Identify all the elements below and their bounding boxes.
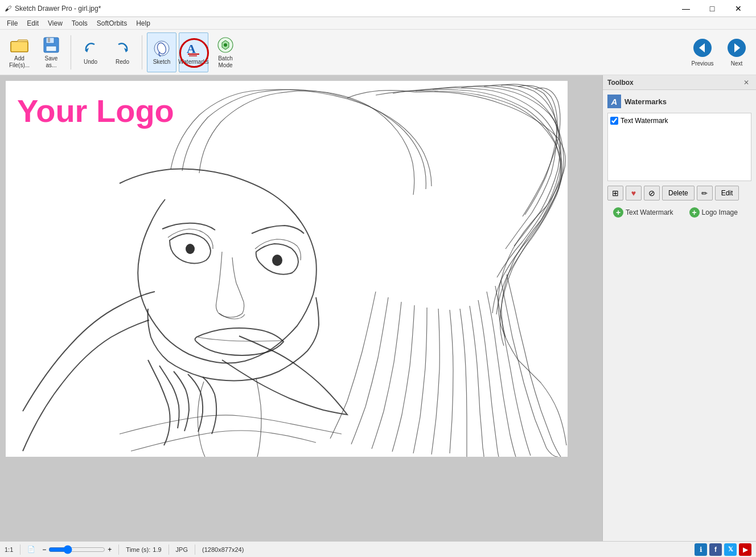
svg-rect-0 [11,42,28,52]
info-button[interactable]: ℹ [695,543,707,556]
heart-icon: ♥ [631,189,636,198]
format-item: JPG [176,546,188,553]
sketch-drawing [6,81,568,457]
add-text-watermark-button[interactable]: + Text Watermark [607,205,679,220]
menu-tools[interactable]: Tools [67,17,92,30]
sketch-icon [153,39,171,58]
info-icon: ℹ [700,546,702,554]
sketch-canvas: Your Logo [6,81,568,457]
pen-icon: ✏ [701,189,708,198]
undo-button[interactable]: Undo [76,32,105,72]
window-title: Sketch Drawer Pro - girl.jpg* [15,5,101,13]
undo-icon [81,39,100,58]
status-sep-4 [195,544,195,555]
copy-icon: ⊞ [612,189,619,198]
status-sep-3 [169,544,169,555]
facebook-icon: f [714,546,717,554]
canvas-area: Your Logo [0,75,602,541]
toolbox-close-button[interactable]: ✕ [741,77,751,88]
minimize-button[interactable]: — [673,0,699,17]
youtube-button[interactable]: ▶ [739,543,751,556]
action-buttons-row: ⊞ ♥ ⊘ Delete ✏ Edit [607,186,751,200]
toolbox-panel: Toolbox ✕ A Watermarks Text Watermark [602,75,756,541]
edit-label: Edit [721,189,733,197]
canvas-inner: Your Logo [6,81,568,457]
menu-view[interactable]: View [43,17,67,30]
favorite-button[interactable]: ♥ [626,186,642,200]
sketch-button[interactable]: Sketch [147,32,176,72]
undo-label: Undo [84,59,97,65]
title-bar-controls[interactable]: — □ ✕ [673,0,751,17]
title-bar: 🖌 Sketch Drawer Pro - girl.jpg* — □ ✕ [0,0,756,17]
format-value: JPG [176,546,188,553]
page-icon-item: 📄 [27,546,35,553]
previous-label: Previous [692,60,714,67]
twitter-button[interactable]: 𝕏 [724,543,737,556]
toolbar-separator-1 [71,35,71,69]
watermarks-button[interactable]: A Watermarks [179,32,208,72]
watermark-icon: A [184,39,203,58]
folder-icon [10,36,28,54]
time-item: Time (s): 1.9 [126,546,161,553]
add-logo-image-button[interactable]: + Logo Image [684,205,743,220]
twitter-icon: 𝕏 [728,546,733,553]
main-layout: Your Logo [0,75,756,541]
add-text-icon: + [613,207,623,218]
facebook-button[interactable]: f [709,543,722,556]
youtube-icon: ▶ [743,546,748,554]
svg-rect-5 [46,46,56,51]
maximize-button[interactable]: □ [699,0,725,17]
dimensions-item: (1280x877x24) [202,546,244,553]
previous-arrow-icon [692,38,713,59]
add-text-watermark-label: Text Watermark [626,208,673,216]
add-files-label: AddFile(s)... [9,55,30,69]
delete-button[interactable]: Delete [662,186,695,200]
page-icon: 📄 [27,546,35,553]
text-watermark-checkbox[interactable] [610,117,618,125]
pen-button[interactable]: ✏ [697,186,713,200]
sketch-label: Sketch [153,59,171,65]
menu-bar: File Edit View Tools SoftOrbits Help [0,17,756,30]
batch-mode-button[interactable]: BatchMode [211,32,240,72]
close-button[interactable]: ✕ [725,0,751,17]
zoom-value: 1:1 [5,546,13,553]
add-files-button[interactable]: AddFile(s)... [5,32,34,72]
delete-label: Delete [668,189,688,197]
app-icon: 🖌 [5,5,11,13]
toolbar-separator-2 [142,35,142,69]
left-eye-pupil [186,244,195,254]
menu-edit[interactable]: Edit [22,17,43,30]
watermark-list: Text Watermark [607,113,751,181]
title-bar-left: 🖌 Sketch Drawer Pro - girl.jpg* [5,5,101,13]
status-sep-1 [20,544,20,555]
menu-help[interactable]: Help [132,17,155,30]
copy-button[interactable]: ⊞ [607,186,623,200]
save-icon [42,36,60,54]
menu-softorbits[interactable]: SoftOrbits [92,17,132,30]
toolbar: AddFile(s)... Saveas... Undo [0,30,756,75]
save-as-button[interactable]: Saveas... [36,32,66,72]
redo-button[interactable]: Redo [108,32,137,72]
disable-icon: ⊘ [648,189,655,198]
edit-button[interactable]: Edit [715,186,739,200]
zoom-slider-area: − + [42,545,112,554]
time-value: 1.9 [153,546,161,553]
text-watermark-label: Text Watermark [621,117,668,125]
watermarks-label: Watermarks [178,59,209,65]
disable-button[interactable]: ⊘ [644,186,660,200]
add-logo-image-label: Logo Image [702,208,738,216]
watermarks-section-label: Watermarks [624,97,667,106]
previous-button[interactable]: Previous [688,32,717,72]
nav-area: Previous Next [688,32,751,72]
redo-label: Redo [116,59,129,65]
dimensions-value: (1280x877x24) [202,546,244,553]
menu-file[interactable]: File [2,17,22,30]
zoom-minus-icon: − [42,546,46,554]
svg-point-14 [224,43,227,47]
toolbox-header: Toolbox ✕ [603,75,756,90]
zoom-slider[interactable] [48,545,105,554]
time-label: Time (s): [126,546,150,553]
add-logo-icon: + [689,207,700,218]
next-button[interactable]: Next [722,32,751,72]
next-arrow-icon [726,38,747,59]
